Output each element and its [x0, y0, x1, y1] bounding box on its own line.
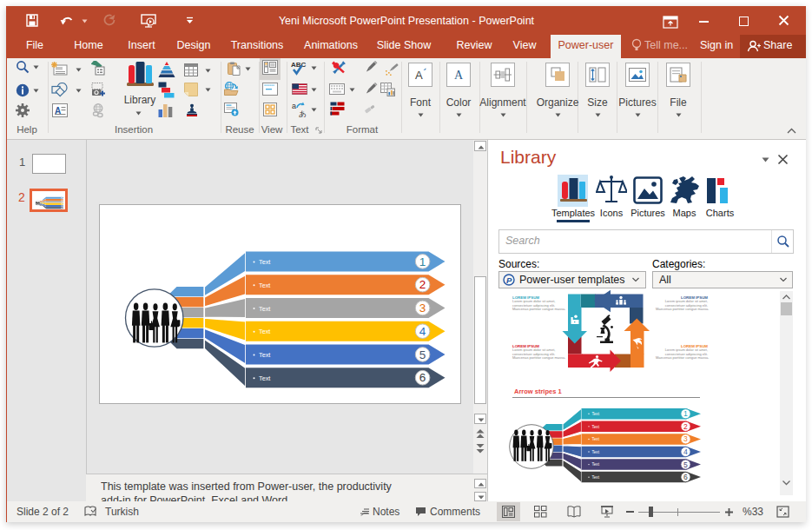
svg-text:Text: Text: [592, 462, 600, 467]
svg-text:6: 6: [419, 371, 426, 384]
svg-text:ABC: ABC: [291, 61, 307, 69]
svg-text:Text: Text: [259, 374, 270, 382]
svg-text:Text: Text: [259, 351, 270, 359]
svg-text:Text: Text: [259, 328, 270, 335]
svg-text:Text: Text: [592, 475, 600, 480]
svg-text:Text: Text: [592, 437, 600, 441]
svg-text:Text: Text: [592, 412, 600, 416]
svg-text:あ: あ: [299, 109, 307, 117]
svg-text:5: 5: [683, 460, 688, 469]
svg-text:1: 1: [683, 409, 688, 418]
svg-text:Text: Text: [259, 305, 270, 313]
svg-text:A: A: [55, 106, 61, 116]
svg-text:5: 5: [419, 348, 426, 361]
svg-text:Text: Text: [592, 425, 600, 429]
svg-text:3: 3: [683, 434, 688, 443]
svg-text:Text: Text: [259, 258, 270, 266]
svg-text:2: 2: [419, 278, 426, 291]
svg-text:P: P: [506, 275, 512, 285]
svg-text:1: 1: [419, 255, 426, 268]
svg-text:4: 4: [683, 447, 688, 456]
svg-text:Text: Text: [259, 282, 270, 289]
svg-text:A: A: [415, 69, 423, 82]
svg-text:2: 2: [683, 422, 688, 431]
svg-text:Text: Text: [592, 450, 600, 454]
svg-text:3: 3: [419, 301, 426, 315]
svg-text:6: 6: [683, 473, 688, 481]
svg-text:a: a: [292, 102, 296, 110]
svg-text:A: A: [454, 69, 464, 82]
svg-text:4: 4: [419, 325, 426, 338]
